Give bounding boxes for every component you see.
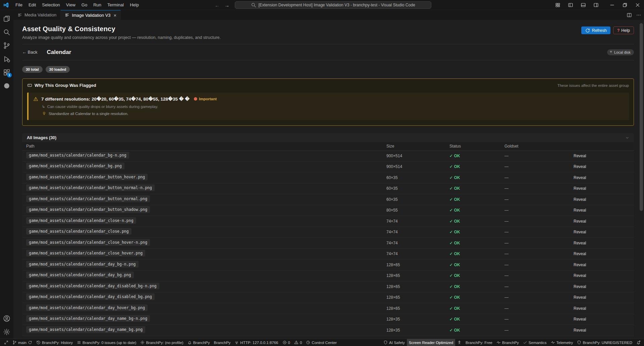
tab-media-validation[interactable]: Media Validation [13, 10, 61, 20]
reveal-link[interactable]: Reveal [574, 317, 630, 322]
status-item-branchpy[interactable]: BranchPy [185, 339, 212, 346]
bell-icon [187, 340, 192, 345]
back-link[interactable]: ← Back [22, 50, 38, 55]
minimize-button[interactable] [606, 0, 619, 10]
page-title: Asset Quality & Consistency [22, 25, 221, 33]
command-center-search[interactable]: [Extension Development Host] Image Valid… [235, 1, 431, 9]
asset-goldset: — [504, 328, 574, 333]
warning-triangle-icon [33, 97, 38, 102]
activity-account-icon[interactable] [0, 312, 13, 325]
status-item-branchpy-unregistered[interactable]: BranchPy: UNREGISTERED [575, 339, 634, 346]
extensions-badge: 1 [7, 73, 12, 77]
reveal-link[interactable]: Reveal [574, 273, 630, 278]
reveal-link[interactable]: Reveal [574, 306, 630, 311]
reveal-link[interactable]: Reveal [574, 164, 630, 169]
asset-status: ✓ OK [449, 306, 504, 311]
help-button[interactable]: ? Help [613, 26, 634, 34]
close-button[interactable] [631, 0, 644, 10]
status-item-branchpy[interactable]: BranchPy [494, 339, 521, 346]
list-icon [77, 340, 81, 345]
status-item-accessibility-icon[interactable] [455, 339, 464, 346]
reveal-link[interactable]: Reveal [574, 208, 630, 213]
table-row: game/mod_assets/calendar/calendar_close_… [22, 249, 634, 260]
layout-panel-icon[interactable] [577, 0, 590, 10]
reveal-link[interactable]: Reveal [574, 197, 630, 202]
reveal-link[interactable]: Reveal [574, 263, 630, 267]
reveal-link[interactable]: Reveal [574, 186, 630, 191]
menu-file[interactable]: File [12, 0, 25, 10]
activity-circle-view-icon[interactable] [0, 79, 13, 93]
table-row: game/mod_assets/calendar/calendar_day_bg… [22, 260, 634, 271]
status-item-branchpy-0-issues-up-to-date-[interactable]: BranchPy: 0 issues (up to date) [75, 339, 138, 346]
reveal-link[interactable]: Reveal [574, 328, 630, 333]
status-item-label: BranchPy: 0 issues (up to date) [83, 341, 136, 345]
asset-goldset: — [504, 251, 574, 256]
status-item-screen-reader-optimized[interactable]: Screen Reader Optimized [407, 339, 455, 346]
asset-size: 128×65 [386, 263, 449, 267]
status-item-http-127-0-0-1-8766[interactable]: HTTP: 127.0.0.1:8766 [232, 339, 280, 346]
asset-goldset: — [504, 164, 574, 169]
flag-title: Why This Group Was Flagged [35, 83, 96, 88]
activity-settings-gear-icon[interactable] [0, 325, 13, 339]
activity-extensions-icon[interactable]: 1 [0, 66, 13, 79]
menu-view[interactable]: View [63, 0, 78, 10]
status-item-main[interactable]: main [10, 339, 34, 346]
chevron-down-icon[interactable] [625, 136, 629, 140]
layout-customize-icon[interactable] [551, 0, 564, 10]
tab-image-validation-v3[interactable]: Image Validation V3 × [61, 10, 121, 20]
question-icon: ? [617, 28, 620, 33]
layout-sidebar-icon[interactable] [564, 0, 577, 10]
activity-files-icon[interactable] [0, 12, 13, 25]
status-item-remote-icon[interactable] [2, 339, 10, 346]
activity-source-control-icon[interactable] [0, 39, 13, 52]
layout-secondary-sidebar-icon[interactable] [590, 0, 602, 10]
reveal-link[interactable]: Reveal [574, 230, 630, 234]
close-tab-icon[interactable]: × [114, 12, 117, 18]
column-header-status: Status [449, 144, 504, 149]
reveal-link[interactable]: Reveal [574, 175, 630, 180]
status-item-branchpy[interactable]: BranchPy [212, 339, 233, 346]
restore-button[interactable] [619, 0, 631, 10]
nav-forward-icon[interactable]: → [224, 2, 229, 8]
status-item-branchpy-history[interactable]: BranchPy: History [34, 339, 75, 346]
menu-edit[interactable]: Edit [25, 0, 39, 10]
reveal-link[interactable]: Reveal [574, 241, 630, 245]
activity-run-debug-icon[interactable] [0, 52, 13, 66]
refresh-button[interactable]: Refresh [581, 26, 610, 34]
status-item-branchpy-no-profile-[interactable]: BranchPy: (no profile) [138, 339, 185, 346]
reveal-link[interactable]: Reveal [574, 295, 630, 300]
status-item-0[interactable]: 0 [280, 339, 292, 346]
group-flag-icon [27, 83, 32, 88]
menu-go[interactable]: Go [78, 0, 90, 10]
gear-icon [140, 340, 145, 345]
status-item-semantics[interactable]: Semantics [521, 339, 549, 346]
asset-status: ✓ OK [449, 164, 504, 169]
reveal-link[interactable]: Reveal [574, 219, 630, 224]
more-actions-icon[interactable] [636, 12, 641, 18]
broadcast-icon [234, 340, 239, 345]
git-branch-icon [12, 340, 17, 345]
status-item-control-center[interactable]: Control Center [304, 339, 339, 346]
status-item-bell-dot-icon[interactable] [634, 339, 643, 346]
menu-selection[interactable]: Selection [39, 0, 63, 10]
status-item-0[interactable]: 0 [292, 339, 304, 346]
section-title: All Images (30) [27, 135, 56, 140]
reveal-link[interactable]: Reveal [574, 284, 630, 289]
status-item-telemetry[interactable]: Telemetry [549, 339, 575, 346]
nav-back-icon[interactable]: ← [215, 2, 220, 8]
status-item-branchpy-free[interactable]: BranchPy: Free [464, 339, 494, 346]
menu-terminal[interactable]: Terminal [104, 0, 127, 10]
asset-goldset: — [504, 241, 574, 245]
activity-search-icon[interactable] [0, 25, 13, 39]
local-disk-label: Local disk [614, 50, 631, 54]
split-editor-icon[interactable] [627, 12, 632, 18]
menu-run[interactable]: Run [90, 0, 104, 10]
reveal-link[interactable]: Reveal [574, 251, 630, 256]
asset-size: 74×74 [386, 251, 449, 256]
table-row: game/mod_assets/calendar/calendar_button… [22, 172, 634, 183]
reveal-link[interactable]: Reveal [574, 154, 630, 158]
menu-help[interactable]: Help [127, 0, 142, 10]
vertical-scrollbar[interactable] [640, 23, 643, 211]
status-item-ai-safety[interactable]: AI Safety [381, 339, 407, 346]
table-row: game/mod_assets/calendar/calendar_bg-n.p… [22, 151, 634, 162]
